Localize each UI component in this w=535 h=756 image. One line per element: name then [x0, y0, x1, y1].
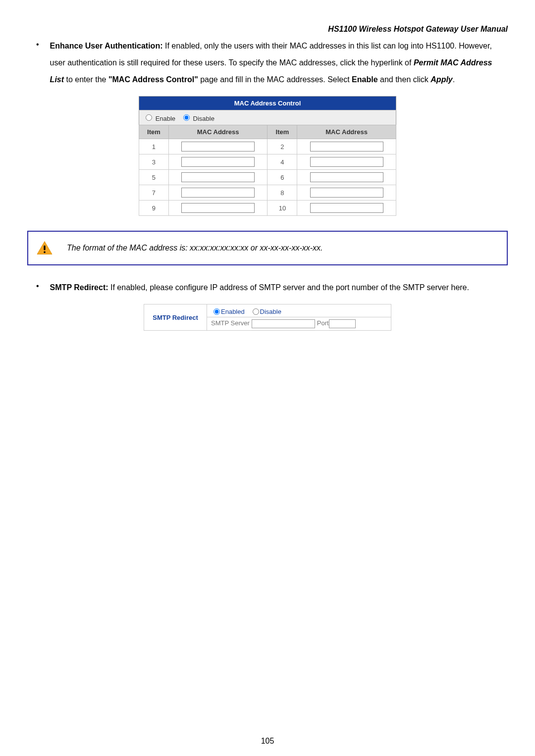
page-number: 105 — [27, 737, 508, 746]
smtp-section-label: SMTP Redirect — [144, 304, 207, 331]
mac-cell — [297, 185, 396, 201]
smtp-desc: If enabled, please configure IP address … — [108, 283, 469, 292]
bullet-smtp: • SMTP Redirect: If enabled, please conf… — [36, 279, 508, 296]
mac-enable-label: Enable — [156, 115, 175, 122]
t4: and then click — [378, 75, 431, 84]
item-num: 5 — [139, 170, 169, 185]
t2: to enter the — [64, 75, 108, 84]
warning-triangle-icon — [36, 241, 53, 255]
smtp-disable-radio[interactable] — [253, 308, 259, 315]
mac-cell — [168, 170, 268, 185]
smtp-enabled-radio[interactable] — [214, 308, 220, 315]
svg-rect-1 — [44, 246, 45, 250]
period: . — [453, 75, 455, 84]
mac-input-2[interactable] — [310, 142, 383, 151]
mac-cell — [297, 170, 396, 185]
smtp-server-input[interactable] — [252, 319, 315, 328]
mac-input-8[interactable] — [310, 188, 383, 198]
smtp-server-row: SMTP ServerPort — [207, 317, 391, 331]
item-num: 3 — [139, 154, 169, 170]
table-row: 9 10 — [139, 201, 396, 216]
mac-input-7[interactable] — [181, 188, 255, 198]
item-num: 8 — [268, 185, 297, 201]
mac-input-5[interactable] — [181, 172, 255, 182]
mac-cell — [297, 154, 396, 170]
mac-address-table: MAC Address Control Enable Disable Item … — [139, 96, 396, 216]
item-num: 10 — [268, 201, 297, 216]
enhance-auth-label: Enhance User Authentication: — [50, 42, 163, 50]
table-row: 7 8 — [139, 185, 396, 201]
col-mac-1: MAC Address — [168, 125, 268, 139]
apply-word: Apply — [430, 75, 452, 84]
item-num: 1 — [139, 139, 169, 154]
mac-input-6[interactable] — [310, 172, 383, 182]
smtp-disable-label: Disable — [260, 308, 281, 315]
table-row: 5 6 — [139, 170, 396, 185]
col-item-2: Item — [268, 125, 297, 139]
col-mac-2: MAC Address — [297, 125, 396, 139]
mac-enable-disable-row: Enable Disable — [139, 110, 396, 125]
item-num: 6 — [268, 170, 297, 185]
warning-box: The format of the MAC address is: xx:xx:… — [27, 231, 508, 265]
mac-cell — [297, 139, 396, 154]
mac-cell — [168, 139, 268, 154]
mac-control-quote: "MAC Address Control" — [108, 75, 198, 84]
item-num: 9 — [139, 201, 169, 216]
item-num: 2 — [268, 139, 297, 154]
smtp-redirect-label: SMTP Redirect: — [50, 283, 108, 292]
table-row: 3 4 — [139, 154, 396, 170]
t3: page and fill in the MAC addresses. Sele… — [198, 75, 352, 84]
svg-point-2 — [44, 252, 46, 253]
bullet-dot: • — [36, 38, 39, 88]
mac-enable-radio[interactable] — [146, 114, 152, 121]
mac-cell — [168, 185, 268, 201]
bullet-text-1: Enhance User Authentication: If enabled,… — [50, 38, 508, 88]
mac-table-title: MAC Address Control — [139, 97, 396, 110]
document-page: HS1100 Wireless Hotspot Gateway User Man… — [0, 0, 535, 756]
mac-input-3[interactable] — [181, 157, 255, 167]
mac-disable-label: Disable — [193, 115, 214, 122]
mac-cell — [168, 154, 268, 170]
mac-cell — [168, 201, 268, 216]
bullet-dot: • — [36, 279, 39, 296]
mac-input-4[interactable] — [310, 157, 383, 167]
mac-input-10[interactable] — [310, 203, 383, 213]
smtp-port-label: Port — [317, 319, 329, 327]
smtp-server-label: SMTP Server — [211, 319, 250, 327]
bullet-enhance-auth: • Enhance User Authentication: If enable… — [36, 38, 508, 88]
mac-input-1[interactable] — [181, 142, 255, 151]
mac-subheader-row: Item MAC Address Item MAC Address — [139, 125, 396, 139]
smtp-port-input[interactable] — [329, 319, 356, 328]
table-row: 1 2 — [139, 139, 396, 154]
mac-cell — [297, 201, 396, 216]
smtp-redirect-table: SMTP Redirect Enabled Disable SMTP Serve… — [144, 304, 391, 331]
enable-word: Enable — [352, 75, 377, 84]
smtp-enable-row: Enabled Disable — [207, 304, 391, 317]
mac-input-9[interactable] — [181, 203, 255, 213]
item-num: 7 — [139, 185, 169, 201]
item-num: 4 — [268, 154, 297, 170]
mac-disable-radio[interactable] — [183, 114, 190, 121]
smtp-enabled-label: Enabled — [221, 308, 245, 315]
col-item-1: Item — [139, 125, 169, 139]
warning-text: The format of the MAC address is: xx:xx:… — [67, 244, 323, 252]
doc-header-title: HS1100 Wireless Hotspot Gateway User Man… — [27, 25, 508, 34]
bullet-text-2: SMTP Redirect: If enabled, please config… — [50, 279, 508, 296]
